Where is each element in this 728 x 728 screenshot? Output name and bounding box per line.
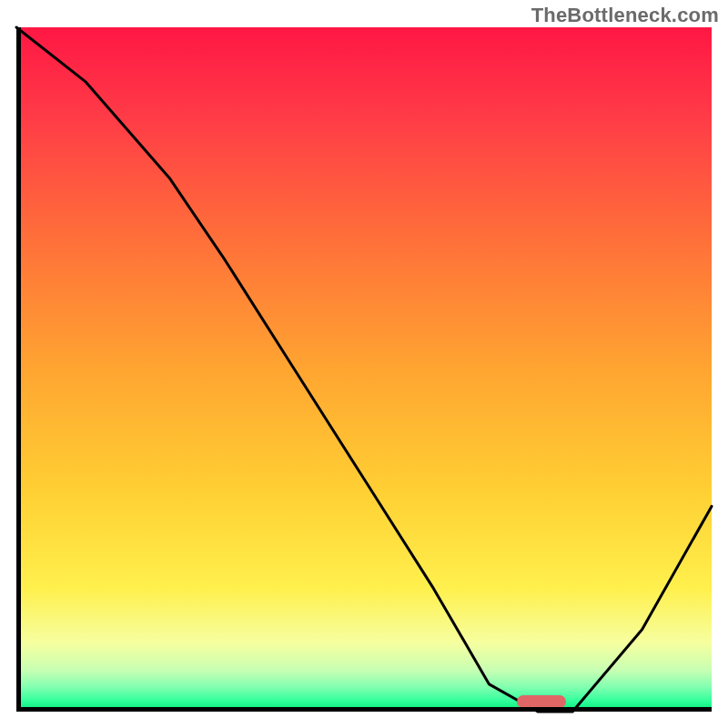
optimal-range-marker [517, 695, 565, 708]
y-axis [16, 27, 21, 712]
plot-area [16, 27, 712, 712]
watermark-text: TheBottleneck.com [531, 4, 719, 27]
chart-container: TheBottleneck.com [0, 0, 728, 728]
x-axis [16, 707, 712, 712]
bottleneck-curve [16, 27, 712, 712]
